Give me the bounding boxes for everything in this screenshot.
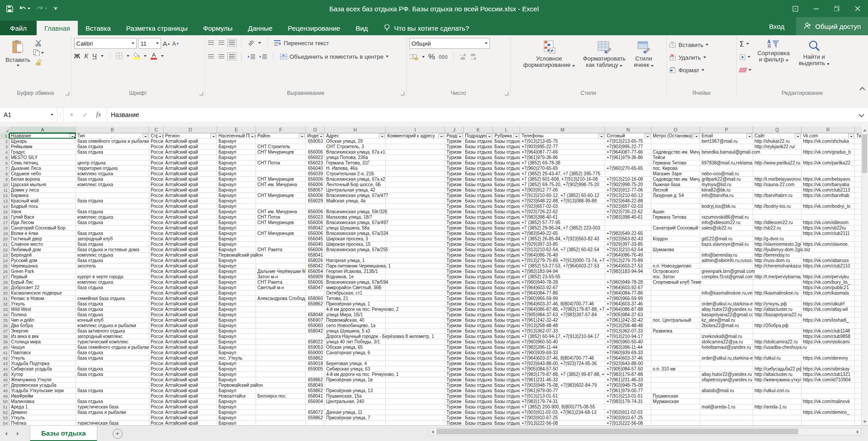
cell[interactable] (386, 415, 445, 421)
cell[interactable]: Садоводство им. Мичурина (651, 150, 700, 155)
row-header-41[interactable]: 41 (0, 350, 9, 356)
close-icon[interactable] (847, 0, 868, 17)
cell[interactable]: Базы отдыха (464, 171, 493, 177)
cell[interactable] (605, 160, 651, 166)
cell[interactable]: СНТ Мичуринцев (256, 231, 306, 236)
cell[interactable] (855, 209, 862, 215)
cell[interactable] (651, 253, 700, 258)
cell[interactable] (386, 291, 445, 296)
cell[interactable]: Тейси (651, 155, 700, 160)
cell[interactable]: Россия (149, 350, 164, 356)
cell[interactable] (753, 318, 802, 323)
row-header-27[interactable]: 27 (0, 274, 9, 280)
cell[interactable] (386, 356, 445, 361)
column-header-F[interactable]: F (256, 127, 306, 133)
cell[interactable] (256, 345, 306, 350)
cell[interactable]: Туризм (445, 225, 464, 231)
cell[interactable]: order@utkul.ru,starkina-ev@m (700, 301, 753, 307)
cell[interactable]: +7(964)084-77-86 (520, 291, 605, 296)
cell[interactable]: Базы отдыха (464, 404, 493, 410)
cell[interactable]: 659862 (306, 388, 325, 394)
cell[interactable]: Барнаул (217, 388, 256, 394)
cell[interactable]: Базы отдыха (493, 155, 520, 160)
cell[interactable]: территория отдыха (76, 166, 149, 171)
cell[interactable]: +7(923)657-02-03 (605, 204, 651, 209)
cell[interactable]: Барнаул (217, 166, 256, 171)
tab-Главная[interactable]: Главная (37, 21, 78, 35)
cell[interactable]: Рейкьявик (9, 144, 76, 150)
cell[interactable]: http://уткуль.рф (753, 301, 802, 307)
cell[interactable]: Туризм (445, 269, 464, 274)
cell[interactable] (386, 312, 445, 318)
cell[interactable]: Спортивный клуб Темп (651, 280, 700, 285)
cell[interactable]: https://vk.com/idilesom (802, 220, 855, 225)
cell[interactable]: Россия (149, 225, 164, 231)
cell[interactable]: Россия (149, 356, 164, 361)
cell[interactable]: complex.f1rst@gmail.com (700, 274, 753, 280)
cell[interactable] (651, 312, 700, 318)
cell[interactable] (386, 242, 445, 247)
cell[interactable]: +7(961)979-36-86 (520, 155, 605, 160)
cell[interactable]: Мурманская (651, 399, 700, 404)
cell[interactable]: Россия (149, 231, 164, 236)
cell[interactable] (753, 155, 802, 160)
cell[interactable]: Н. Ивлева, 46а (325, 166, 386, 171)
row-header-42[interactable]: 42 (0, 356, 9, 361)
cell[interactable] (651, 339, 700, 345)
align-left-icon[interactable] (208, 54, 214, 59)
cell[interactable] (802, 155, 855, 160)
cell[interactable]: Строительная 2-я, 21Б (325, 171, 386, 177)
cell[interactable] (802, 345, 855, 350)
cell[interactable]: Базы отдыха (464, 323, 493, 328)
cell[interactable]: http://altaicluster.ru (753, 307, 802, 312)
cell[interactable]: altay.hutor22@yandex.ru (700, 307, 753, 312)
cell[interactable]: https://vk.com/club1321 (802, 372, 855, 377)
cell[interactable]: Россия (149, 383, 164, 388)
undo-button[interactable] (19, 5, 30, 12)
cell[interactable]: Барнаул (217, 204, 256, 209)
cell[interactable]: Базы отдыха (464, 204, 493, 209)
row-header-13[interactable]: 13 (0, 198, 9, 204)
cell[interactable]: Базы отдыха (493, 139, 520, 144)
cell[interactable]: Базы отдыха (464, 296, 493, 301)
cell[interactable]: Ареда 1 (9, 404, 76, 410)
filter-button[interactable] (318, 134, 324, 139)
cell[interactable] (386, 139, 445, 144)
cell[interactable]: Санаторная улица, 6 (325, 350, 386, 356)
cell[interactable]: Базы отдыха (464, 247, 493, 253)
column-header-O[interactable]: O (651, 127, 700, 133)
row-header-10[interactable]: 10 (0, 182, 9, 188)
cell[interactable]: комплекс отдыха и рыбалки (76, 323, 149, 328)
cell[interactable] (753, 231, 802, 236)
row-header-39[interactable]: 39 (0, 339, 9, 345)
cell[interactable]: http://lyubimyy-dom.2gis.biz (753, 247, 802, 253)
row-header-21[interactable]: 21 (0, 242, 9, 247)
delete-cells-button[interactable]: Удалить (669, 52, 706, 62)
cell[interactable]: Туризм (445, 394, 464, 399)
cell[interactable]: Малиновка (9, 399, 76, 404)
cell[interactable] (855, 198, 862, 204)
cell[interactable] (855, 328, 862, 334)
cell[interactable]: база отдыха (76, 258, 149, 263)
cell[interactable]: Базы отдыха (493, 361, 520, 366)
cell[interactable]: +7(961)242-32-42 (605, 318, 651, 323)
cell[interactable]: Алтайский край (164, 269, 217, 274)
cell[interactable]: Власихинская улица, 67а к2 (325, 177, 386, 182)
cell[interactable]: Энергия (9, 328, 76, 334)
cell[interactable] (76, 193, 149, 198)
cell[interactable]: 659862 (306, 377, 325, 383)
cell[interactable] (386, 177, 445, 182)
cell[interactable]: https://vk.com/slavnoe. (802, 242, 855, 247)
cell[interactable]: Алтайский край (164, 166, 217, 171)
cell[interactable]: Базы отдыха (464, 383, 493, 388)
cell[interactable]: 4-й км дороги на пос. Речкуново, 2 (325, 307, 386, 312)
cell[interactable]: +7(923)648-22-88, +7(913)088-99-88 (520, 198, 605, 204)
cell[interactable]: Район (256, 133, 306, 139)
cell[interactable]: Обская улица, 65 (325, 345, 386, 350)
cell[interactable]: Алтайский край (164, 415, 217, 421)
cell[interactable]: http://berenday.ru (753, 253, 802, 258)
cell[interactable]: туристическая база (76, 404, 149, 410)
cell[interactable]: Туризм (445, 258, 464, 263)
cell[interactable]: 658072 (306, 410, 325, 415)
cell[interactable]: Туризм (445, 410, 464, 415)
